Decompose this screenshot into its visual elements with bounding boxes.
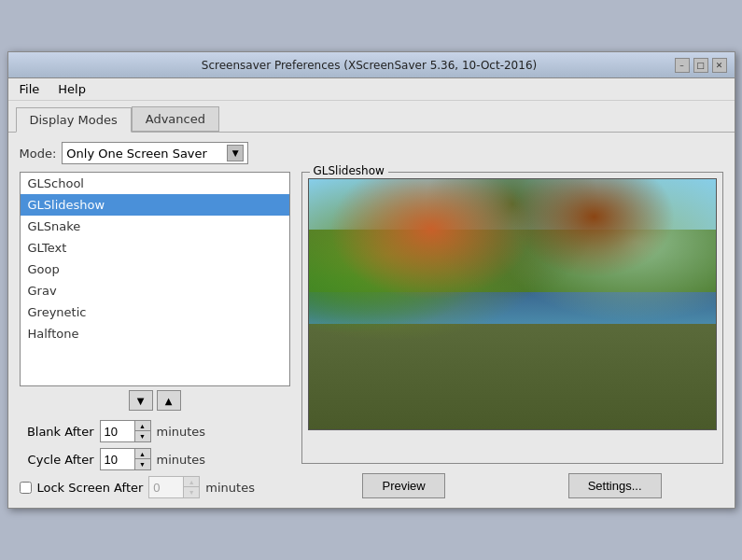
content-area: Mode: Only One Screen Saver ▼ GLSchool G… [8,133,735,508]
mode-dropdown[interactable]: Only One Screen Saver ▼ [62,142,248,164]
lock-input [149,479,183,497]
menubar: File Help [8,78,735,101]
blank-after-row: Blank After ▲ ▼ minutes [20,420,290,442]
close-button[interactable]: ✕ [712,58,727,73]
cycle-after-row: Cycle After ▲ ▼ minutes [20,448,290,470]
lock-row: Lock Screen After ▲ ▼ minutes [20,476,290,498]
app-window: Screensaver Preferences (XScreenSaver 5.… [7,51,735,509]
left-panel: GLSchool GLSlideshow GLSnake GLText Goop… [20,172,290,498]
lock-up: ▲ [184,477,199,487]
tabs-bar: Display Modes Advanced [8,101,735,133]
tab-advanced[interactable]: Advanced [132,106,219,132]
blank-after-spin-buttons: ▲ ▼ [134,421,150,441]
list-item-5[interactable]: Grav [21,280,289,301]
mode-row: Mode: Only One Screen Saver ▼ [20,142,723,164]
preview-image [308,178,717,430]
tab-display-modes[interactable]: Display Modes [16,107,132,133]
blank-after-down[interactable]: ▼ [135,431,150,441]
window-controls: – □ ✕ [675,58,727,73]
list-item-1[interactable]: GLSlideshow [21,194,289,216]
menu-file[interactable]: File [16,80,44,98]
lock-unit: minutes [205,481,255,495]
preview-group: GLSlideshow [301,172,723,464]
list-item-2[interactable]: GLSnake [21,216,289,237]
blank-after-input[interactable] [101,423,134,441]
title-bar: Screensaver Preferences (XScreenSaver 5.… [8,52,735,78]
lock-spin-buttons: ▲ ▼ [183,477,199,497]
preview-button[interactable]: Preview [362,473,444,498]
cycle-after-unit: minutes [157,453,206,467]
lock-down: ▼ [184,487,199,497]
mode-value: Only One Screen Saver [66,147,207,161]
window-title: Screensaver Preferences (XScreenSaver 5.… [64,59,675,72]
minimize-button[interactable]: – [675,58,690,73]
main-row: GLSchool GLSlideshow GLSnake GLText Goop… [20,172,723,498]
cycle-after-label: Cycle After [20,453,94,467]
controls-row: Blank After ▲ ▼ minutes Cycle After [20,420,290,498]
preview-group-legend: GLSlideshow [310,164,388,177]
screensaver-list[interactable]: GLSchool GLSlideshow GLSnake GLText Goop… [20,172,290,386]
cycle-after-up[interactable]: ▲ [135,449,150,459]
menu-help[interactable]: Help [54,80,90,98]
blank-after-label: Blank After [20,425,94,439]
cycle-after-down[interactable]: ▼ [135,459,150,469]
cycle-after-input[interactable] [101,451,134,469]
list-down-button[interactable]: ▼ [129,390,153,411]
maximize-button[interactable]: □ [693,58,708,73]
list-item-4[interactable]: Goop [21,259,289,280]
blank-after-unit: minutes [157,425,206,439]
mode-label: Mode: [20,147,57,161]
list-nav: ▼ ▲ [20,390,290,411]
blank-after-up[interactable]: ▲ [135,421,150,431]
list-item-3[interactable]: GLText [21,237,289,259]
list-up-button[interactable]: ▲ [157,390,181,411]
settings-button[interactable]: Settings... [568,473,662,498]
lock-label: Lock Screen After [37,481,144,495]
cycle-after-spin-buttons: ▲ ▼ [134,449,150,469]
mode-dropdown-arrow[interactable]: ▼ [227,145,244,161]
lock-spinbox: ▲ ▼ [148,476,200,498]
list-item-0[interactable]: GLSchool [21,173,289,194]
right-panel: GLSlideshow Preview Settings... [301,172,723,498]
lock-checkbox[interactable] [20,482,32,494]
action-row: Preview Settings... [301,473,723,498]
list-item-6[interactable]: Greynetic [21,301,289,323]
garden-scene [309,179,716,429]
cycle-after-spinbox[interactable]: ▲ ▼ [100,448,151,470]
blank-after-spinbox[interactable]: ▲ ▼ [100,420,151,442]
list-item-7[interactable]: Halftone [21,323,289,344]
